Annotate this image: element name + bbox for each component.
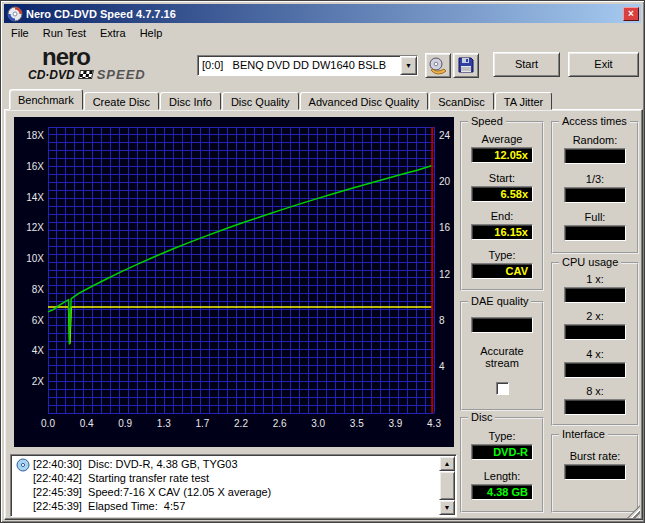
svg-text:24: 24 bbox=[439, 130, 451, 141]
menu-help[interactable]: Help bbox=[133, 25, 170, 41]
svg-text:0.4: 0.4 bbox=[80, 418, 94, 429]
interface-group: Interface Burst rate: bbox=[551, 434, 639, 513]
log-lines: [22:40:30] Disc: DVD-R, 4.38 GB, TYG03 [… bbox=[13, 457, 438, 514]
svg-text:8X: 8X bbox=[32, 284, 45, 295]
third-access-label: 1/3: bbox=[564, 173, 626, 185]
svg-text:2.6: 2.6 bbox=[273, 418, 287, 429]
random-access-label: Random: bbox=[564, 134, 626, 146]
close-button[interactable]: × bbox=[623, 7, 639, 21]
tab-disc-quality[interactable]: Disc Quality bbox=[222, 92, 299, 110]
speed-type-display: CAV bbox=[471, 263, 533, 279]
svg-text:0.0: 0.0 bbox=[41, 418, 55, 429]
log-line: [22:45:39] Speed:7-16 X CAV (12.05 X ave… bbox=[13, 485, 438, 499]
cpu-2x-display bbox=[564, 324, 626, 340]
scroll-down-button[interactable]: ▼ bbox=[439, 500, 455, 515]
tab-ta-jitter[interactable]: TA Jitter bbox=[495, 92, 553, 110]
cpu-4x-label: 4 x: bbox=[564, 348, 626, 360]
svg-text:12X: 12X bbox=[26, 222, 44, 233]
random-access-display bbox=[564, 148, 626, 164]
disc-type-label: Type: bbox=[471, 430, 533, 442]
toolbar: nero CD·DVD SPEED [0:0] BENQ DVD DD DW16… bbox=[4, 42, 641, 89]
full-access-label: Full: bbox=[564, 211, 626, 223]
svg-text:2.2: 2.2 bbox=[234, 418, 248, 429]
log-line: [22:45:39] Elapsed Time: 4:57 bbox=[13, 499, 438, 513]
cpu-8x-label: 8 x: bbox=[564, 385, 626, 397]
chevron-down-icon[interactable]: ▼ bbox=[400, 56, 417, 75]
checkered-flag-icon bbox=[78, 70, 94, 79]
accurate-stream-checkbox[interactable] bbox=[496, 382, 509, 395]
average-speed-display: 12.05x bbox=[471, 147, 533, 163]
svg-text:1.7: 1.7 bbox=[195, 418, 209, 429]
tab-strip: Benchmark Create Disc Disc Info Disc Qua… bbox=[9, 89, 553, 110]
log-list[interactable]: [22:40:30] Disc: DVD-R, 4.38 GB, TYG03 [… bbox=[10, 454, 457, 517]
speed-type-label: Type: bbox=[471, 249, 533, 261]
disc-icon bbox=[16, 458, 30, 472]
window-title: Nero CD-DVD Speed 4.7.7.16 bbox=[26, 8, 623, 20]
scroll-up-button[interactable]: ▲ bbox=[439, 456, 455, 471]
svg-text:2X: 2X bbox=[32, 376, 45, 387]
svg-text:4.3: 4.3 bbox=[427, 418, 441, 429]
tab-scandisc[interactable]: ScanDisc bbox=[429, 92, 493, 110]
svg-text:3.9: 3.9 bbox=[388, 418, 402, 429]
cpu-8x-display bbox=[564, 399, 626, 415]
svg-text:6X: 6X bbox=[32, 315, 45, 326]
svg-text:20: 20 bbox=[439, 176, 451, 187]
third-access-display bbox=[564, 187, 626, 203]
end-speed-label: End: bbox=[471, 210, 533, 222]
cpu-1x-label: 1 x: bbox=[564, 273, 626, 285]
cpu-4x-display bbox=[564, 362, 626, 378]
save-button[interactable] bbox=[453, 53, 479, 78]
tab-create-disc[interactable]: Create Disc bbox=[84, 92, 159, 110]
disc-group: Disc Type: DVD-R Length: 4.38 GB bbox=[460, 417, 544, 513]
exit-button[interactable]: Exit bbox=[568, 52, 639, 77]
svg-text:0.9: 0.9 bbox=[118, 418, 132, 429]
full-access-display bbox=[564, 225, 626, 241]
menu-file[interactable]: File bbox=[4, 25, 36, 41]
svg-text:4: 4 bbox=[439, 361, 445, 372]
drive-select[interactable]: [0:0] BENQ DVD DD DW1640 BSLB ▼ bbox=[197, 55, 418, 76]
start-button[interactable]: Start bbox=[493, 52, 560, 77]
cpu-usage-group: CPU usage 1 x: 2 x: 4 x: 8 x: bbox=[551, 262, 639, 426]
disc-type-display: DVD-R bbox=[471, 444, 533, 460]
hand-disc-icon bbox=[428, 65, 448, 77]
benchmark-page: 2X4X6X8X10X12X14X16X18X48121620240.00.40… bbox=[4, 109, 643, 520]
titlebar[interactable]: Nero CD-DVD Speed 4.7.7.16 × bbox=[4, 4, 641, 23]
benchmark-chart: 2X4X6X8X10X12X14X16X18X48121620240.00.40… bbox=[14, 117, 454, 447]
svg-text:1.3: 1.3 bbox=[157, 418, 171, 429]
drive-select-value: [0:0] BENQ DVD DD DW1640 BSLB bbox=[198, 56, 400, 75]
logo-speed-text: SPEED bbox=[97, 67, 146, 82]
cpu-1x-display bbox=[564, 287, 626, 303]
svg-text:3.5: 3.5 bbox=[350, 418, 364, 429]
svg-text:16X: 16X bbox=[26, 161, 44, 172]
burst-rate-display bbox=[564, 464, 626, 480]
svg-text:16: 16 bbox=[439, 222, 451, 233]
tab-advanced-disc-quality[interactable]: Advanced Disc Quality bbox=[300, 92, 429, 110]
svg-text:8: 8 bbox=[439, 315, 445, 326]
logo-cddvd-text: CD·DVD bbox=[28, 68, 75, 82]
end-speed-display: 16.15x bbox=[471, 224, 533, 240]
disc-length-label: Length: bbox=[471, 470, 533, 482]
log-scrollbar[interactable]: ▲ ▼ bbox=[439, 456, 455, 515]
log-line: [22:40:42] Starting transfer rate test bbox=[13, 471, 438, 485]
accurate-stream-label: Accurate stream bbox=[467, 345, 537, 369]
burst-rate-label: Burst rate: bbox=[564, 450, 626, 462]
app-icon[interactable] bbox=[7, 6, 23, 22]
scrollbar-thumb[interactable] bbox=[439, 471, 455, 500]
tab-benchmark[interactable]: Benchmark bbox=[9, 89, 83, 110]
svg-text:12: 12 bbox=[439, 269, 451, 280]
cpu-2x-label: 2 x: bbox=[564, 310, 626, 322]
nero-logo: nero CD·DVD SPEED bbox=[14, 45, 194, 87]
speed-group: Speed Average 12.05x Start: 6.58x End: 1… bbox=[460, 121, 544, 291]
svg-text:14X: 14X bbox=[26, 192, 44, 203]
start-speed-label: Start: bbox=[471, 172, 533, 184]
start-speed-display: 6.58x bbox=[471, 186, 533, 202]
disc-length-display: 4.38 GB bbox=[471, 484, 533, 500]
menu-run-test[interactable]: Run Test bbox=[36, 25, 93, 41]
svg-text:18X: 18X bbox=[26, 130, 44, 141]
access-times-group: Access times Random: 1/3: Full: bbox=[551, 121, 639, 254]
menu-extra[interactable]: Extra bbox=[93, 25, 133, 41]
eject-disc-button[interactable] bbox=[425, 53, 451, 78]
tab-disc-info[interactable]: Disc Info bbox=[160, 92, 221, 110]
average-label: Average bbox=[471, 133, 533, 145]
svg-text:3.0: 3.0 bbox=[311, 418, 325, 429]
